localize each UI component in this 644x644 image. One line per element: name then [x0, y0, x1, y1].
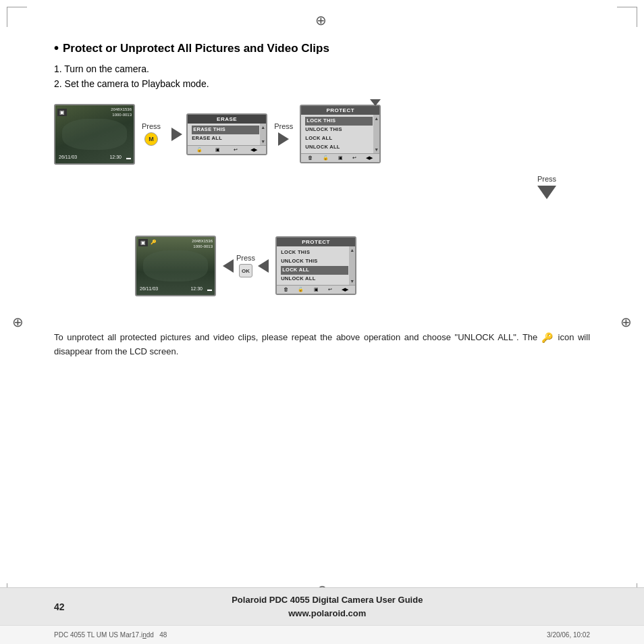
- protect-scrollbar-bottom: ▲ ▼: [349, 246, 355, 285]
- press-label-4: Press: [236, 254, 255, 262]
- footer-center: Polaroid PDC 4055 Digital Camera User Gu…: [65, 593, 590, 620]
- screen2-top: ▣ 🔑: [138, 239, 157, 246]
- erase-all-item[interactable]: ERASE ALL: [192, 134, 259, 143]
- erase-title: ERASE: [188, 115, 266, 124]
- body-text-1: To unprotect all protected pictures and …: [54, 331, 541, 342]
- protect-items-top: LOCK THIS UNLOCK THIS LOCK ALL UNLOCK AL…: [301, 115, 379, 153]
- footer-subtitle: www.polaroid.com: [65, 607, 590, 620]
- arrow-right-1: [171, 128, 182, 141]
- arrow-left-2: [258, 259, 269, 273]
- m-button[interactable]: M: [144, 132, 158, 146]
- erase-bottom-bar: 🔓 ▣ ↩ ◀▶: [188, 145, 266, 154]
- protect-bottom-bar-top: 🗑 🔓 ▣ ↩ ◀▶: [301, 153, 379, 162]
- erase-bar-icon2: ▣: [215, 147, 220, 153]
- protect-b-unlock-this[interactable]: UNLOCK THIS: [281, 257, 348, 266]
- crosshair-left-icon: [12, 314, 24, 330]
- screen2-battery: ▬: [207, 287, 212, 292]
- screen2-time: 12:30: [190, 286, 203, 291]
- press-ok-group: Press OK: [223, 254, 269, 277]
- pbb-icon2: 🔓: [298, 287, 304, 292]
- press-down-group: Press: [537, 175, 556, 199]
- meta-left: PDC 4055 TL UM US Mar17.indd 48: [54, 631, 167, 639]
- pb-icon4: ↩: [352, 155, 356, 161]
- screen2-res-area: 2048X15361000-0013: [192, 239, 213, 250]
- diagram: ▣ 2048X15361000-0013 26/11/03 12:30 ▬ Pr…: [54, 104, 590, 320]
- pb-icon3: ▣: [338, 155, 343, 161]
- erase-menu-wrapper: ERASE ERASE THIS ERASE ALL ▲ ▼ 🔓 ▣ ↩ ◀▶: [186, 113, 267, 155]
- protect-b-lock-this[interactable]: LOCK THIS: [281, 248, 348, 257]
- protect-menu-bottom: PROTECT LOCK THIS UNLOCK THIS LOCK ALL U…: [275, 236, 356, 295]
- protect-title-bottom: PROTECT: [277, 238, 355, 246]
- protect-b-lock-all[interactable]: LOCK ALL: [281, 266, 348, 275]
- section-title: • Protect or Unprotect All Pictures and …: [54, 41, 590, 56]
- screen1-battery: ▬: [126, 155, 131, 160]
- crosshair-right-icon: [620, 314, 632, 330]
- protect-lock-this[interactable]: LOCK THIS: [305, 117, 373, 126]
- scroll-down-icon: ▼: [261, 139, 265, 144]
- erase-this-item[interactable]: ERASE THIS: [192, 126, 259, 134]
- screen2-key-icon: 🔑: [151, 240, 157, 245]
- pscroll-down: ▼: [374, 147, 379, 152]
- screen2-res: 2048X15361000-0013: [192, 239, 213, 250]
- step-2: 2. Set the camera to Playback mode.: [54, 76, 590, 91]
- top-triangle: [370, 99, 381, 106]
- crosshair-top-icon: [315, 12, 329, 26]
- body-text: To unprotect all protected pictures and …: [54, 330, 590, 359]
- scroll-up-icon: ▲: [261, 125, 265, 130]
- protect-menu-top-wrapper: PROTECT LOCK THIS UNLOCK THIS LOCK ALL U…: [300, 105, 381, 163]
- steps: 1. Turn on the camera. 2. Set the camera…: [54, 61, 590, 92]
- screen2-landscape: [143, 250, 208, 281]
- pb-icon5: ◀▶: [366, 155, 373, 161]
- pbb-icon3: ▣: [314, 287, 319, 292]
- screen1-landscape: [62, 119, 127, 150]
- erase-bar-icon1: 🔓: [196, 147, 203, 153]
- arrow-left-1: [223, 259, 234, 273]
- protect-bottom-bar-bottom: 🗑 🔓 ▣ ↩ ◀▶: [277, 285, 355, 294]
- top-row: ▣ 2048X15361000-0013 26/11/03 12:30 ▬ Pr…: [54, 104, 381, 165]
- protect-unlock-all[interactable]: UNLOCK ALL: [305, 143, 373, 152]
- protect-menu-bottom-wrapper: PROTECT LOCK THIS UNLOCK THIS LOCK ALL U…: [275, 236, 356, 295]
- main-content: • Protect or Unprotect All Pictures and …: [54, 41, 590, 590]
- protect-b-unlock-all[interactable]: UNLOCK ALL: [281, 275, 348, 284]
- protect-lock-all[interactable]: LOCK ALL: [305, 134, 373, 143]
- meta-bar: PDC 4055 TL UM US Mar17.indd 48 3/20/06,…: [0, 625, 644, 644]
- protect-unlock-this[interactable]: UNLOCK THIS: [305, 126, 373, 134]
- press-arrow-group: Press: [274, 122, 293, 146]
- key-icon-inline: 🔑: [541, 332, 554, 343]
- camera-screen-2: ▣ 🔑 2048X15361000-0013 26/11/03 12:30 ▬: [135, 236, 216, 296]
- ok-button[interactable]: OK: [239, 264, 252, 277]
- erase-bar-icon4: ◀▶: [250, 147, 257, 153]
- pbb-icon4: ↩: [328, 287, 332, 292]
- bullet-icon: •: [54, 41, 59, 56]
- press-label-1: Press: [142, 122, 161, 130]
- corner-mark-tr: [617, 7, 637, 27]
- protect-scrollbar-top: ▲ ▼: [373, 115, 379, 153]
- footer-title: Polaroid PDC 4055 Digital Camera User Gu…: [65, 593, 590, 607]
- erase-bar-icon3: ↩: [234, 147, 238, 153]
- erase-items: ERASE THIS ERASE ALL ▲ ▼: [188, 124, 266, 145]
- pb-icon2: 🔓: [323, 155, 329, 161]
- erase-menu: ERASE ERASE THIS ERASE ALL ▲ ▼ 🔓 ▣ ↩ ◀▶: [186, 113, 267, 155]
- section-title-text: Protect or Unprotect All Pictures and Vi…: [63, 42, 329, 55]
- protect-title-top: PROTECT: [301, 106, 379, 115]
- screen1-date: 26/11/03: [59, 155, 77, 159]
- corner-mark-tl: [7, 7, 27, 27]
- press-label-3: Press: [537, 175, 556, 183]
- down-arrow-big: [537, 186, 556, 199]
- protect-menu-top: PROTECT LOCK THIS UNLOCK THIS LOCK ALL U…: [300, 105, 381, 163]
- footer: 42 Polaroid PDC 4055 Digital Camera User…: [0, 587, 644, 625]
- screen2-icon: ▣: [138, 239, 148, 246]
- pb-icon1: 🗑: [308, 155, 313, 161]
- pbscroll-up: ▲: [350, 248, 354, 252]
- screen1-icon: ▣: [57, 109, 67, 116]
- footer-page: 42: [54, 601, 65, 612]
- press-label-2: Press: [274, 122, 293, 130]
- pbb-icon1: 🗑: [284, 287, 288, 292]
- pscroll-up: ▲: [374, 116, 379, 121]
- screen2-date: 26/11/03: [140, 286, 158, 291]
- press-m-group: Press M: [142, 122, 161, 146]
- camera-screen-1: ▣ 2048X15361000-0013 26/11/03 12:30 ▬: [54, 104, 135, 165]
- pbscroll-down: ▼: [350, 279, 354, 284]
- pbb-icon5: ◀▶: [342, 287, 348, 292]
- bottom-row: ▣ 🔑 2048X15361000-0013 26/11/03 12:30 ▬ …: [135, 236, 356, 296]
